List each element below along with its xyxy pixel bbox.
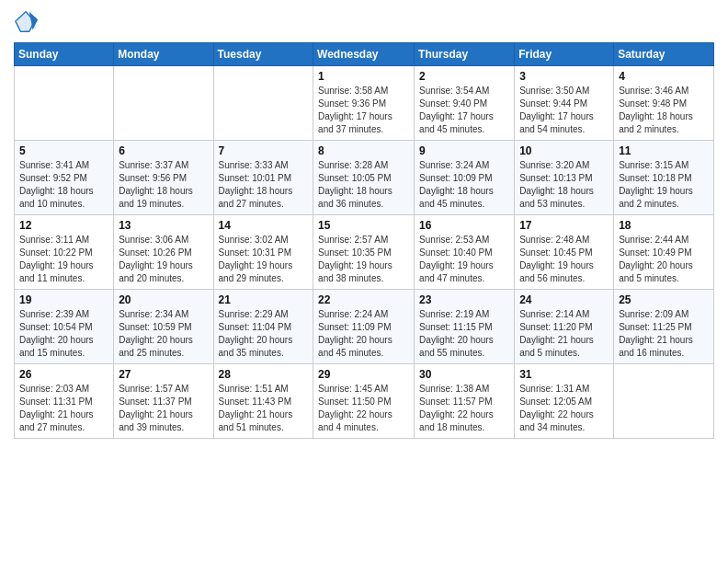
calendar-cell: 19Sunrise: 2:39 AM Sunset: 10:54 PM Dayl… [15,290,114,364]
day-number: 10 [519,144,609,157]
day-detail: Sunrise: 1:31 AM Sunset: 12:05 AM Daylig… [519,383,609,434]
calendar-cell: 18Sunrise: 2:44 AM Sunset: 10:49 PM Dayl… [614,215,714,290]
day-detail: Sunrise: 1:57 AM Sunset: 11:37 PM Daylig… [119,383,208,434]
day-number: 11 [619,144,709,157]
day-number: 8 [318,144,409,157]
calendar-week-row: 1Sunrise: 3:58 AM Sunset: 9:36 PM Daylig… [15,66,714,141]
day-number: 31 [519,368,609,381]
calendar-cell: 9Sunrise: 3:24 AM Sunset: 10:09 PM Dayli… [415,141,515,215]
day-number: 21 [219,293,309,306]
day-number: 13 [119,219,208,232]
calendar-week-row: 12Sunrise: 3:11 AM Sunset: 10:22 PM Dayl… [15,215,714,290]
day-number: 18 [619,219,709,232]
calendar-cell: 30Sunrise: 1:38 AM Sunset: 11:57 PM Dayl… [415,364,515,439]
day-detail: Sunrise: 2:14 AM Sunset: 11:20 PM Daylig… [519,308,609,360]
calendar-header-wednesday: Wednesday [313,43,415,66]
calendar-cell: 1Sunrise: 3:58 AM Sunset: 9:36 PM Daylig… [313,66,415,141]
day-detail: Sunrise: 3:46 AM Sunset: 9:48 PM Dayligh… [619,85,709,136]
calendar-cell: 2Sunrise: 3:54 AM Sunset: 9:40 PM Daylig… [415,66,515,141]
day-detail: Sunrise: 2:53 AM Sunset: 10:40 PM Daylig… [419,234,509,285]
day-detail: Sunrise: 3:20 AM Sunset: 10:13 PM Daylig… [519,159,609,211]
calendar-cell: 29Sunrise: 1:45 AM Sunset: 11:50 PM Dayl… [313,364,415,439]
day-number: 30 [419,368,509,381]
calendar-cell: 27Sunrise: 1:57 AM Sunset: 11:37 PM Dayl… [114,364,213,439]
day-number: 27 [119,368,208,381]
day-number: 3 [519,70,609,83]
calendar-cell: 7Sunrise: 3:33 AM Sunset: 10:01 PM Dayli… [213,141,313,215]
calendar-week-row: 19Sunrise: 2:39 AM Sunset: 10:54 PM Dayl… [15,290,714,364]
calendar-cell: 15Sunrise: 2:57 AM Sunset: 10:35 PM Dayl… [313,215,415,290]
calendar-cell: 17Sunrise: 2:48 AM Sunset: 10:45 PM Dayl… [515,215,614,290]
calendar-cell: 11Sunrise: 3:15 AM Sunset: 10:18 PM Dayl… [614,141,714,215]
calendar-cell: 3Sunrise: 3:50 AM Sunset: 9:44 PM Daylig… [515,66,614,141]
calendar-header-tuesday: Tuesday [213,43,313,66]
calendar-cell: 8Sunrise: 3:28 AM Sunset: 10:05 PM Dayli… [313,141,415,215]
day-number: 15 [318,219,409,232]
day-detail: Sunrise: 1:51 AM Sunset: 11:43 PM Daylig… [219,383,309,434]
calendar-table: SundayMondayTuesdayWednesdayThursdayFrid… [14,42,714,439]
day-number: 16 [419,219,509,232]
day-detail: Sunrise: 3:54 AM Sunset: 9:40 PM Dayligh… [419,85,509,136]
day-detail: Sunrise: 3:28 AM Sunset: 10:05 PM Daylig… [318,159,409,211]
day-number: 5 [19,144,108,157]
day-number: 14 [219,219,309,232]
day-detail: Sunrise: 3:58 AM Sunset: 9:36 PM Dayligh… [318,85,409,136]
day-number: 9 [419,144,509,157]
calendar-cell: 6Sunrise: 3:37 AM Sunset: 9:56 PM Daylig… [114,141,213,215]
calendar-header-sunday: Sunday [15,43,114,66]
day-number: 28 [219,368,309,381]
day-number: 20 [119,293,208,306]
calendar-cell: 28Sunrise: 1:51 AM Sunset: 11:43 PM Dayl… [213,364,313,439]
calendar-cell: 16Sunrise: 2:53 AM Sunset: 10:40 PM Dayl… [415,215,515,290]
day-detail: Sunrise: 3:37 AM Sunset: 9:56 PM Dayligh… [119,159,208,211]
day-detail: Sunrise: 3:11 AM Sunset: 10:22 PM Daylig… [19,234,108,285]
day-detail: Sunrise: 3:02 AM Sunset: 10:31 PM Daylig… [219,234,309,285]
day-detail: Sunrise: 2:57 AM Sunset: 10:35 PM Daylig… [318,234,409,285]
calendar-cell: 21Sunrise: 2:29 AM Sunset: 11:04 PM Dayl… [213,290,313,364]
day-number: 26 [19,368,108,381]
calendar-cell: 12Sunrise: 3:11 AM Sunset: 10:22 PM Dayl… [15,215,114,290]
calendar-header-friday: Friday [515,43,614,66]
day-detail: Sunrise: 3:24 AM Sunset: 10:09 PM Daylig… [419,159,509,211]
day-number: 19 [19,293,108,306]
day-detail: Sunrise: 1:45 AM Sunset: 11:50 PM Daylig… [318,383,409,434]
calendar-week-row: 5Sunrise: 3:41 AM Sunset: 9:52 PM Daylig… [15,141,714,215]
calendar-header-monday: Monday [114,43,213,66]
calendar-header-thursday: Thursday [415,43,515,66]
day-number: 2 [419,70,509,83]
calendar-cell: 25Sunrise: 2:09 AM Sunset: 11:25 PM Dayl… [614,290,714,364]
calendar-cell: 26Sunrise: 2:03 AM Sunset: 11:31 PM Dayl… [15,364,114,439]
calendar-cell [213,66,313,141]
day-number: 25 [619,293,709,306]
day-number: 23 [419,293,509,306]
day-detail: Sunrise: 3:41 AM Sunset: 9:52 PM Dayligh… [19,159,108,211]
day-detail: Sunrise: 3:15 AM Sunset: 10:18 PM Daylig… [619,159,709,211]
header [14,9,714,35]
day-detail: Sunrise: 2:09 AM Sunset: 11:25 PM Daylig… [619,308,709,360]
day-detail: Sunrise: 2:24 AM Sunset: 11:09 PM Daylig… [318,308,409,360]
day-detail: Sunrise: 3:33 AM Sunset: 10:01 PM Daylig… [219,159,309,211]
calendar-week-row: 26Sunrise: 2:03 AM Sunset: 11:31 PM Dayl… [15,364,714,439]
calendar-header-saturday: Saturday [614,43,714,66]
day-detail: Sunrise: 2:19 AM Sunset: 11:15 PM Daylig… [419,308,509,360]
calendar-cell: 5Sunrise: 3:41 AM Sunset: 9:52 PM Daylig… [15,141,114,215]
calendar-cell [114,66,213,141]
calendar-cell: 14Sunrise: 3:02 AM Sunset: 10:31 PM Dayl… [213,215,313,290]
calendar-header-row: SundayMondayTuesdayWednesdayThursdayFrid… [15,43,714,66]
day-detail: Sunrise: 3:50 AM Sunset: 9:44 PM Dayligh… [519,85,609,136]
day-number: 17 [519,219,609,232]
day-detail: Sunrise: 2:39 AM Sunset: 10:54 PM Daylig… [19,308,108,360]
day-detail: Sunrise: 2:34 AM Sunset: 10:59 PM Daylig… [119,308,208,360]
day-detail: Sunrise: 1:38 AM Sunset: 11:57 PM Daylig… [419,383,509,434]
calendar-cell: 13Sunrise: 3:06 AM Sunset: 10:26 PM Dayl… [114,215,213,290]
logo-icon [14,9,40,35]
calendar-cell: 20Sunrise: 2:34 AM Sunset: 10:59 PM Dayl… [114,290,213,364]
day-number: 7 [219,144,309,157]
day-detail: Sunrise: 3:06 AM Sunset: 10:26 PM Daylig… [119,234,208,285]
calendar-cell: 4Sunrise: 3:46 AM Sunset: 9:48 PM Daylig… [614,66,714,141]
calendar-cell: 24Sunrise: 2:14 AM Sunset: 11:20 PM Dayl… [515,290,614,364]
calendar-cell [15,66,114,141]
day-detail: Sunrise: 2:48 AM Sunset: 10:45 PM Daylig… [519,234,609,285]
page: SundayMondayTuesdayWednesdayThursdayFrid… [0,0,728,563]
day-number: 24 [519,293,609,306]
